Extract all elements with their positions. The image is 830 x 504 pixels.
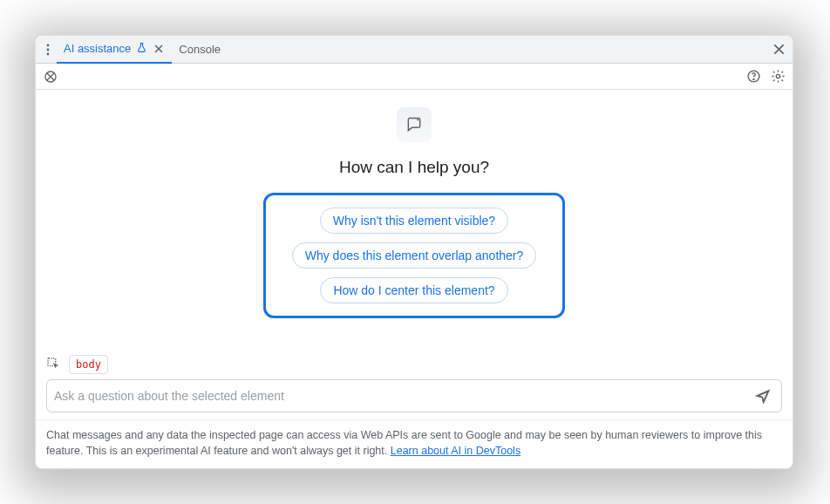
svg-point-2 bbox=[47, 52, 50, 55]
tab-label: Console bbox=[179, 43, 221, 56]
suggestion-chip[interactable]: Why isn't this element visible? bbox=[320, 208, 508, 234]
chat-sparkle-icon bbox=[397, 107, 432, 142]
more-options-icon[interactable] bbox=[39, 39, 57, 60]
suggestion-chip[interactable]: Why does this element overlap another? bbox=[292, 242, 537, 269]
hero-title: How can I help you? bbox=[339, 158, 489, 177]
ai-assistance-panel: AI assistance Console bbox=[35, 35, 793, 469]
settings-icon[interactable] bbox=[768, 67, 787, 86]
tab-close-icon[interactable] bbox=[153, 43, 165, 55]
tab-ai-assistance[interactable]: AI assistance bbox=[57, 36, 172, 64]
input-row bbox=[46, 379, 782, 412]
selected-element-tag[interactable]: body bbox=[69, 355, 108, 374]
svg-point-0 bbox=[47, 44, 50, 46]
tab-console[interactable]: Console bbox=[172, 36, 228, 64]
learn-more-link[interactable]: Learn about AI in DevTools bbox=[391, 445, 520, 457]
send-icon[interactable] bbox=[752, 385, 774, 407]
context-row: body bbox=[36, 355, 793, 379]
svg-point-5 bbox=[752, 78, 753, 79]
svg-point-1 bbox=[47, 48, 50, 51]
help-icon[interactable] bbox=[744, 67, 763, 86]
element-picker-icon[interactable] bbox=[46, 357, 62, 372]
svg-point-6 bbox=[776, 74, 779, 78]
suggestion-group: Why isn't this element visible? Why does… bbox=[263, 193, 566, 318]
disclaimer-footer: Chat messages and any data the inspected… bbox=[36, 419, 793, 469]
tab-bar: AI assistance Console bbox=[36, 36, 793, 64]
tab-label: AI assistance bbox=[64, 42, 131, 55]
main-content: How can I help you? Why isn't this eleme… bbox=[36, 90, 793, 355]
toolbar bbox=[36, 64, 793, 90]
clear-icon[interactable] bbox=[41, 67, 60, 86]
flask-icon bbox=[136, 42, 147, 56]
question-input[interactable] bbox=[54, 389, 752, 403]
suggestion-chip[interactable]: How do I center this element? bbox=[320, 277, 507, 303]
panel-close-icon[interactable] bbox=[768, 44, 789, 55]
